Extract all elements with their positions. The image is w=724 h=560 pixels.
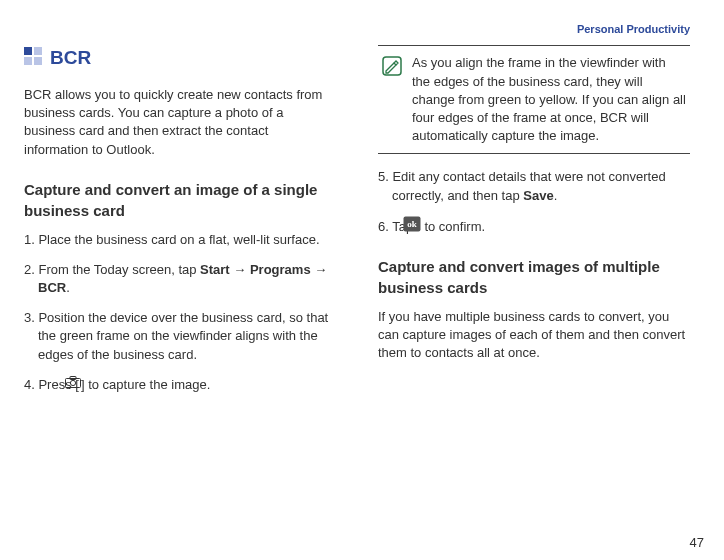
svg-text:ok: ok — [407, 219, 417, 229]
step-6: 6. Tap ok to confirm. — [378, 217, 690, 238]
page-number: 47 — [690, 534, 704, 552]
note-icon — [382, 56, 402, 145]
tip-text: As you align the frame in the viewfinder… — [412, 54, 686, 145]
step-4: 4. Press [ ] to capture the image. — [24, 376, 336, 395]
section-title: BCR — [50, 45, 91, 72]
bcr-section-icon — [24, 47, 42, 70]
step-5-pre: 5. Edit any contact details that were no… — [378, 169, 666, 202]
step-2-start: Start — [200, 262, 230, 277]
step-5-end: . — [554, 188, 558, 203]
step-2-pre: 2. From the Today screen, tap — [24, 262, 200, 277]
tip-box: As you align the frame in the viewfinder… — [378, 45, 690, 154]
two-column-body: BCR BCR allows you to quickly create new… — [24, 45, 690, 515]
step-2-programs: Programs — [250, 262, 311, 277]
subhead-single: Capture and convert an image of a single… — [24, 179, 336, 221]
ok-icon: ok — [417, 216, 421, 237]
step-3: 3. Position the device over the business… — [24, 309, 336, 364]
subhead-multiple: Capture and convert images of multiple b… — [378, 256, 690, 298]
step-4-post: ] to capture the image. — [81, 377, 210, 392]
step-2-bcr: BCR — [38, 280, 66, 295]
running-header: Personal Productivity — [24, 22, 690, 37]
svg-rect-1 — [34, 47, 42, 55]
section-title-row: BCR — [24, 45, 336, 72]
svg-point-6 — [70, 381, 75, 386]
svg-rect-2 — [24, 57, 32, 65]
camera-icon — [79, 375, 81, 393]
arrow-icon: → — [230, 262, 250, 277]
step-5: 5. Edit any contact details that were no… — [378, 168, 690, 204]
section-intro: BCR allows you to quickly create new con… — [24, 86, 336, 159]
arrow-icon: → — [311, 262, 328, 277]
step-2: 2. From the Today screen, tap Start → Pr… — [24, 261, 336, 297]
step-6-post: to confirm. — [421, 219, 485, 234]
step-5-save: Save — [523, 188, 553, 203]
step-2-end: . — [66, 280, 70, 295]
step-1: 1. Place the business card on a flat, we… — [24, 231, 336, 249]
svg-rect-0 — [24, 47, 32, 55]
multi-intro: If you have multiple business cards to c… — [378, 308, 690, 363]
svg-rect-3 — [34, 57, 42, 65]
